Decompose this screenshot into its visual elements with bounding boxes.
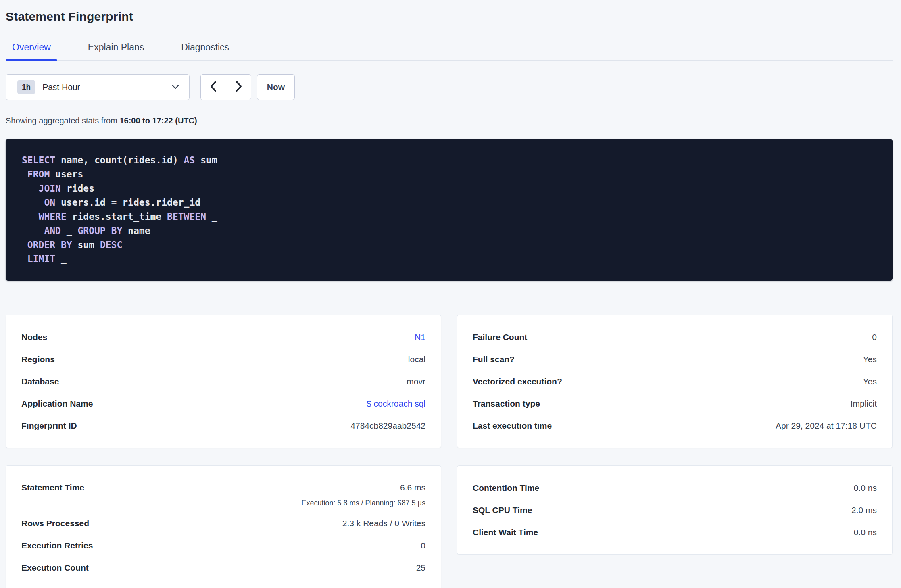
contention-time-value: 0.0 ns: [854, 483, 877, 493]
overview-cards-row: Nodes N1 Regions local Database movr App…: [6, 315, 893, 448]
rows-processed-value: 2.3 k Reads / 0 Writes: [342, 519, 425, 528]
vectorized-execution-label: Vectorized execution?: [473, 377, 562, 386]
full-scan-value: Yes: [863, 354, 877, 364]
statement-time-main-value: 6.6 ms: [301, 477, 425, 498]
execution-count-row: Execution Count 25: [21, 557, 425, 579]
aggregated-stats-prefix: Showing aggregated stats from: [6, 116, 119, 125]
time-step-group: [200, 74, 251, 100]
transaction-type-label: Transaction type: [473, 399, 540, 409]
application-name-row: Application Name $ cockroach sql: [21, 392, 425, 415]
fingerprint-id-row: Fingerprint ID 4784cb829aab2542: [21, 415, 425, 437]
execution-retries-value: 0: [421, 541, 425, 550]
statement-time-value: 6.6 ms Execution: 5.8 ms / Planning: 687…: [301, 477, 425, 508]
aggregated-stats-line: Showing aggregated stats from 16:00 to 1…: [6, 116, 893, 125]
tab-overview-label: Overview: [12, 42, 51, 52]
client-wait-time-value: 0.0 ns: [854, 528, 877, 537]
last-execution-time-value: Apr 29, 2024 at 17:18 UTC: [776, 421, 877, 431]
application-name-label: Application Name: [21, 399, 93, 409]
client-wait-time-label: Client Wait Time: [473, 528, 538, 537]
database-row: Database movr: [21, 370, 425, 392]
tab-diagnostics[interactable]: Diagnostics: [175, 42, 236, 60]
last-execution-time-label: Last execution time: [473, 421, 552, 431]
regions-label: Regions: [21, 354, 55, 364]
chevron-left-icon: [210, 81, 217, 94]
time-controls: 1h Past Hour Now: [6, 74, 893, 100]
nodes-row: Nodes N1: [21, 326, 425, 348]
page-title: Statement Fingerprint: [6, 10, 893, 23]
next-time-button[interactable]: [226, 75, 251, 100]
execution-retries-label: Execution Retries: [21, 541, 93, 550]
full-scan-label: Full scan?: [473, 354, 515, 364]
time-range-label: Past Hour: [42, 82, 171, 92]
statement-time-row: Statement Time 6.6 ms Execution: 5.8 ms …: [21, 477, 425, 512]
sql-cpu-time-label: SQL CPU Time: [473, 505, 532, 515]
wait-time-card: Contention Time 0.0 ns SQL CPU Time 2.0 …: [457, 465, 893, 555]
last-execution-time-row: Last execution time Apr 29, 2024 at 17:1…: [473, 415, 877, 437]
application-name-link[interactable]: $ cockroach sql: [367, 399, 425, 409]
contention-time-row: Contention Time 0.0 ns: [473, 477, 877, 499]
time-range-dropdown[interactable]: 1h Past Hour: [6, 74, 190, 100]
tab-diagnostics-label: Diagnostics: [181, 42, 229, 52]
tab-explain-plans-label: Explain Plans: [88, 42, 144, 52]
statement-time-label: Statement Time: [21, 477, 84, 498]
tab-explain-plans[interactable]: Explain Plans: [81, 42, 150, 60]
contention-time-label: Contention Time: [473, 483, 539, 493]
nodes-value-link[interactable]: N1: [415, 332, 425, 342]
chevron-right-icon: [235, 81, 242, 94]
sql-cpu-time-row: SQL CPU Time 2.0 ms: [473, 499, 877, 521]
full-scan-row: Full scan? Yes: [473, 348, 877, 370]
execution-retries-row: Execution Retries 0: [21, 534, 425, 557]
execution-count-label: Execution Count: [21, 563, 89, 573]
rows-processed-label: Rows Processed: [21, 519, 89, 528]
failure-count-label: Failure Count: [473, 332, 527, 342]
now-button[interactable]: Now: [257, 74, 295, 100]
database-value: movr: [407, 377, 425, 386]
client-wait-time-row: Client Wait Time 0.0 ns: [473, 521, 877, 543]
regions-row: Regions local: [21, 348, 425, 370]
database-label: Database: [21, 377, 59, 386]
statement-time-breakdown: Execution: 5.8 ms / Planning: 687.5 µs: [301, 498, 425, 508]
active-tab-underline: [6, 59, 57, 61]
chevron-down-icon: [171, 84, 179, 90]
fingerprint-id-value: 4784cb829aab2542: [350, 421, 425, 431]
rows-processed-row: Rows Processed 2.3 k Reads / 0 Writes: [21, 512, 425, 534]
transaction-type-value: Implicit: [851, 399, 877, 409]
vectorized-execution-row: Vectorized execution? Yes: [473, 370, 877, 392]
nodes-label: Nodes: [21, 332, 47, 342]
sql-cpu-time-value: 2.0 ms: [851, 505, 877, 515]
statement-details-card: Nodes N1 Regions local Database movr App…: [6, 315, 441, 448]
vectorized-execution-value: Yes: [863, 377, 877, 386]
tab-bar: Overview Explain Plans Diagnostics: [6, 42, 893, 61]
failure-count-row: Failure Count 0: [473, 326, 877, 348]
failure-count-value: 0: [872, 332, 877, 342]
execution-count-value: 25: [416, 563, 425, 573]
regions-value: local: [408, 354, 425, 364]
tab-overview[interactable]: Overview: [6, 42, 57, 60]
fingerprint-id-label: Fingerprint ID: [21, 421, 77, 431]
time-range-badge: 1h: [17, 80, 35, 94]
aggregated-stats-range: 16:00 to 17:22 (UTC): [119, 116, 197, 125]
now-button-label: Now: [267, 82, 285, 92]
sql-statement: SELECT name, count(rides.id) AS sum FROM…: [6, 139, 893, 281]
timing-cards-row: Statement Time 6.6 ms Execution: 5.8 ms …: [6, 465, 893, 588]
statement-time-card: Statement Time 6.6 ms Execution: 5.8 ms …: [6, 465, 441, 588]
transaction-type-row: Transaction type Implicit: [473, 392, 877, 415]
execution-attributes-card: Failure Count 0 Full scan? Yes Vectorize…: [457, 315, 893, 448]
prev-time-button[interactable]: [201, 75, 226, 100]
